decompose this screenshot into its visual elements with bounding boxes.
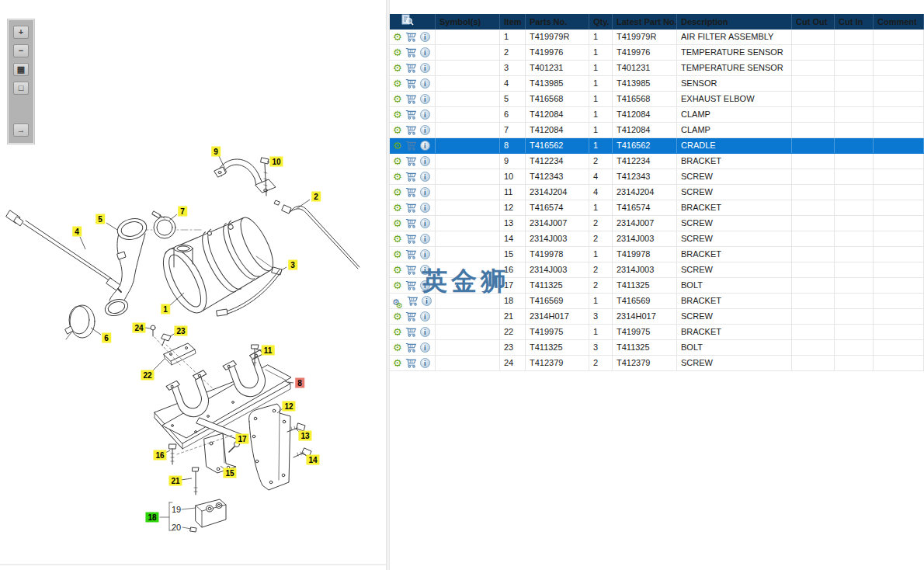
part-info-icon[interactable]: i (420, 187, 430, 197)
column-header-cut_in[interactable]: Cut In (835, 14, 874, 30)
callout-12[interactable]: 12 (282, 401, 295, 412)
part-info-icon[interactable]: i (420, 280, 430, 290)
column-header-desc[interactable]: Description (677, 14, 792, 30)
add-to-cart-icon[interactable] (405, 218, 417, 228)
configure-part-icon[interactable]: ⚙ (393, 32, 402, 42)
add-to-cart-icon[interactable] (405, 125, 417, 135)
table-row-item-23[interactable]: ⚙i23T4113253T411325BOLT (390, 340, 924, 356)
column-header-qty[interactable]: Qty. (589, 14, 613, 30)
configure-part-icon[interactable]: ⚙ (393, 94, 402, 104)
callout-3[interactable]: 3 (288, 260, 297, 270)
configure-part-icon[interactable]: ⚙ (393, 141, 402, 151)
add-to-cart-icon[interactable] (405, 187, 417, 197)
callout-8[interactable]: 8 (295, 378, 304, 388)
configure-part-icon[interactable]: ⚙ (393, 125, 402, 135)
table-row-item-1[interactable]: ⚙i1T419979R1T419979RAIR FILTER ASSEMBLY (390, 30, 924, 45)
part-info-icon[interactable]: i (422, 296, 432, 306)
callout-18[interactable]: 18 (145, 513, 158, 523)
callout-7[interactable]: 7 (178, 207, 187, 217)
part-info-icon[interactable]: i (420, 94, 430, 104)
configure-part-icon[interactable]: ⚙ (393, 265, 402, 275)
part-info-icon[interactable]: i (420, 249, 430, 259)
table-row-item-5[interactable]: ⚙i5T4165681T416568EXHAUST ELBOW (390, 92, 924, 107)
add-to-cart-icon[interactable] (405, 342, 417, 353)
add-to-cart-icon[interactable] (405, 265, 417, 275)
configure-part-icon[interactable]: ⚙ (393, 218, 402, 228)
callout-4[interactable]: 4 (72, 227, 82, 237)
callout-14[interactable]: 14 (306, 455, 319, 465)
diagram-panel[interactable]: +−▦□→ 9102754312423611228121317161415211… (0, 0, 386, 570)
part-info-icon[interactable]: i (420, 109, 430, 120)
configure-part-icon[interactable]: ⚙ (393, 109, 402, 120)
part-info-icon[interactable]: i (420, 78, 430, 89)
table-row-item-14[interactable]: ⚙i142314J00322314J003SCREW (390, 231, 924, 247)
callout-23[interactable]: 23 (174, 326, 187, 336)
part-info-icon[interactable]: i (420, 218, 430, 228)
callout-20[interactable]: 20 (169, 523, 183, 533)
callout-13[interactable]: 13 (298, 431, 311, 441)
callout-10[interactable]: 10 (269, 157, 283, 167)
part-info-icon[interactable]: i (420, 327, 430, 337)
table-row-item-22[interactable]: ⚙i22T4199751T419975BRACKET (390, 325, 924, 340)
add-to-cart-icon[interactable] (405, 172, 417, 182)
configure-part-icon[interactable]: ⚙ (393, 234, 402, 244)
part-info-icon[interactable]: i (420, 141, 430, 151)
tile-view-button[interactable]: ▦ (13, 63, 29, 76)
add-to-cart-icon[interactable] (405, 280, 417, 290)
callout-15[interactable]: 15 (223, 468, 236, 478)
callout-21[interactable]: 21 (168, 476, 182, 486)
column-header-item[interactable]: Item (500, 14, 526, 30)
add-to-cart-icon[interactable] (405, 78, 417, 89)
table-row-item-17[interactable]: ⚙i17T4113252T411325BOLT (390, 278, 924, 294)
callout-22[interactable]: 22 (141, 370, 154, 381)
callout-19[interactable]: 19 (169, 505, 183, 515)
add-to-cart-icon[interactable] (405, 156, 417, 166)
table-row-item-8[interactable]: ⚙i8T4165621T416562CRADLE (390, 138, 924, 154)
add-to-cart-icon[interactable] (405, 203, 417, 213)
column-header-latest[interactable]: Latest Part No. (613, 14, 677, 30)
configure-part-icon[interactable]: ⚙ (393, 311, 402, 321)
configure-part-icon[interactable]: ⚙ (393, 63, 402, 73)
column-header-parts_no[interactable]: Parts No. (526, 14, 589, 30)
configure-part-icon[interactable]: ⚙ (393, 203, 402, 213)
table-row-item-9[interactable]: ⚙i9T4122342T412234BRACKET (390, 154, 924, 169)
callout-17[interactable]: 17 (235, 434, 248, 444)
add-to-cart-icon[interactable] (405, 141, 417, 151)
table-row-item-12[interactable]: ⚙i12T4165741T416574BRACKET (390, 200, 924, 216)
configure-part-icon[interactable]: ⚙ (393, 47, 402, 57)
callout-6[interactable]: 6 (102, 333, 111, 343)
configure-part-icon[interactable]: ⚙ (393, 78, 402, 89)
table-row-item-6[interactable]: ⚙i6T4120841T412084CLAMP (390, 107, 924, 123)
column-header-symbols[interactable]: Symbol(s) (436, 14, 500, 30)
add-to-cart-icon[interactable] (405, 47, 417, 57)
diagram-scrollbar-track[interactable] (0, 564, 386, 565)
column-header-cut_out[interactable]: Cut Out (792, 14, 835, 30)
part-info-icon[interactable]: i (420, 342, 430, 353)
single-view-button[interactable]: □ (13, 82, 29, 95)
part-info-icon[interactable]: i (420, 203, 430, 213)
table-row-item-21[interactable]: ⚙i212314H01732314H017SCREW (390, 309, 924, 325)
callout-5[interactable]: 5 (96, 214, 105, 224)
add-to-cart-icon[interactable] (405, 109, 417, 120)
configure-part-icon[interactable]: ⚙ (393, 358, 402, 368)
configure-part-icon[interactable]: ⚙ (393, 187, 402, 197)
zoom-in-button[interactable]: + (13, 26, 29, 39)
add-to-cart-icon[interactable] (405, 32, 417, 42)
table-row-item-4[interactable]: ⚙i4T4139851T413985SENSOR (390, 76, 924, 92)
column-header-icons[interactable] (390, 14, 436, 30)
column-header-comment[interactable]: Comment (874, 14, 924, 30)
configure-part-icon[interactable]: ⚙ (393, 172, 402, 182)
callout-1[interactable]: 1 (161, 304, 170, 315)
table-row-item-15[interactable]: ⚙i15T4199781T419978BRACKET (390, 247, 924, 262)
table-row-item-10[interactable]: ⚙i10T4123434T412343SCREW (390, 169, 924, 185)
configure-part-icon[interactable]: ⚙ (393, 342, 402, 353)
configure-part-icon[interactable]: ⚙ (393, 156, 402, 166)
table-row-item-18[interactable]: ⚙⚙i18T4165691T416569BRACKET (390, 294, 924, 309)
add-to-cart-icon[interactable] (405, 358, 417, 368)
gears-icon[interactable]: ⚙⚙ (393, 295, 404, 307)
part-info-icon[interactable]: i (420, 125, 430, 135)
add-to-cart-icon[interactable] (405, 327, 417, 337)
part-info-icon[interactable]: i (420, 32, 430, 42)
callout-16[interactable]: 16 (153, 450, 166, 461)
export-list-button[interactable]: → (13, 123, 29, 137)
